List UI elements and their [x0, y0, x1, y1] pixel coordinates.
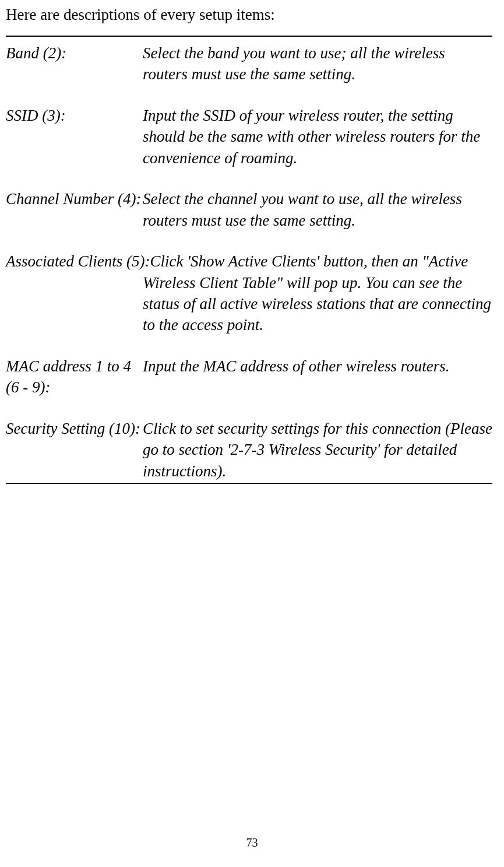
- item-description-rest: Wireless Client Table" will pop up. You …: [6, 272, 492, 336]
- item-description: Input the SSID of your wireless router, …: [143, 105, 492, 169]
- item-label: MAC address 1 to 4 (6 - 9):: [6, 356, 143, 398]
- top-rule: [6, 36, 492, 37]
- page-number: 73: [246, 836, 258, 850]
- item-label: SSID (3):: [6, 105, 143, 169]
- bottom-rule: [6, 483, 492, 484]
- item-description: Select the channel you want to use, all …: [143, 188, 492, 231]
- item-description: Input the MAC address of other wireless …: [143, 356, 492, 398]
- item-description: Select the band you want to use; all the…: [143, 43, 492, 85]
- intro-text: Here are descriptions of every setup ite…: [6, 6, 492, 24]
- setup-items-list: Band (2): Select the band you want to us…: [6, 43, 492, 482]
- setup-item: Channel Number (4): Select the channel y…: [6, 188, 492, 231]
- setup-item: Security Setting (10): Click to set secu…: [6, 418, 492, 482]
- item-label: Associated Clients (5):: [6, 251, 150, 272]
- setup-item: Associated Clients (5): Click 'Show Acti…: [6, 251, 492, 336]
- item-label: Band (2):: [6, 43, 143, 85]
- setup-item: MAC address 1 to 4 (6 - 9): Input the MA…: [6, 356, 492, 398]
- item-label: Security Setting (10):: [6, 418, 143, 482]
- item-description-line1: Click 'Show Active Clients' button, then…: [150, 251, 492, 272]
- setup-item: Band (2): Select the band you want to us…: [6, 43, 492, 85]
- setup-item: SSID (3): Input the SSID of your wireles…: [6, 105, 492, 169]
- item-description: Click to set security settings for this …: [143, 418, 492, 482]
- item-label: Channel Number (4):: [6, 188, 143, 231]
